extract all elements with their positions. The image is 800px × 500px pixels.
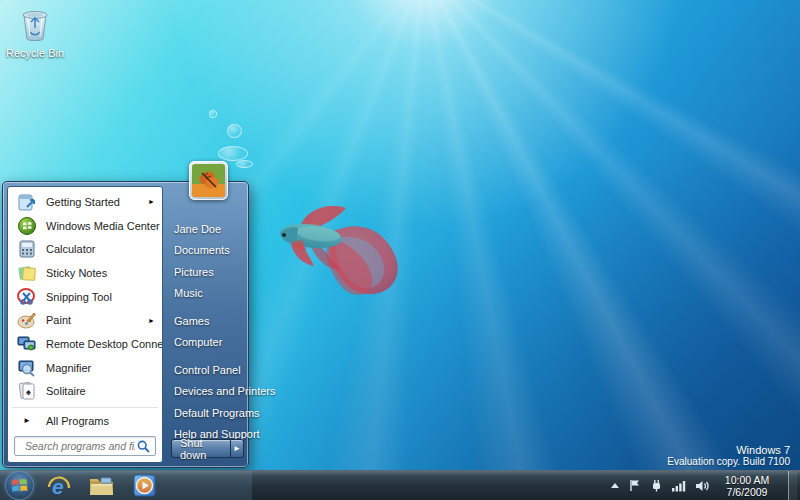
start-menu-item-paint[interactable]: Paint ► (8, 308, 162, 332)
taskbar-internet-explorer[interactable]: e (42, 472, 75, 500)
paint-icon (15, 309, 39, 331)
magnifier-icon (15, 357, 39, 379)
volume-speaker-icon[interactable] (695, 480, 709, 492)
butterfly-avatar-image (192, 164, 225, 197)
power-plug-icon[interactable] (650, 479, 663, 492)
action-center-flag-icon[interactable] (629, 479, 641, 492)
start-menu-item-getting-started[interactable]: Getting Started ► (8, 190, 162, 214)
start-menu: Getting Started ► Windows Media Center C… (2, 181, 249, 468)
desktop: Recycle Bin Windows 7 Evaluation copy. B… (0, 0, 800, 500)
menu-item-label: Paint (46, 314, 148, 326)
start-menu-place-documents[interactable]: Documents (163, 240, 244, 262)
taskbar: e (0, 470, 800, 500)
start-menu-place-music[interactable]: Music (163, 283, 244, 305)
svg-text:♠: ♠ (26, 387, 31, 397)
menu-item-label: Snipping Tool (46, 291, 155, 303)
recycle-bin[interactable]: Recycle Bin (4, 6, 66, 59)
submenu-arrow-icon: ► (148, 317, 155, 324)
start-menu-place-devices-printers[interactable]: Devices and Printers (163, 381, 244, 403)
shut-down-options-arrow[interactable]: ► (231, 439, 244, 458)
menu-item-label: Solitaire (46, 385, 155, 397)
start-button[interactable] (5, 471, 34, 500)
show-desktop-button[interactable] (788, 471, 797, 500)
bubble (218, 146, 248, 161)
start-menu-item-calculator[interactable]: Calculator (8, 237, 162, 261)
start-menu-item-remote-desktop[interactable]: Remote Desktop Connection (8, 332, 162, 356)
menu-item-label: Sticky Notes (46, 267, 155, 279)
start-menu-right-panel: Jane Doe Documents Pictures Music Games … (163, 186, 244, 463)
windows-media-center-icon (15, 215, 39, 237)
system-tray: 10:00 AM 7/6/2009 (610, 471, 800, 500)
remote-desktop-icon (15, 333, 39, 355)
all-programs-label: All Programs (46, 415, 109, 427)
clock-date: 7/6/2009 (718, 486, 776, 498)
taskbar-windows-explorer[interactable] (85, 472, 118, 500)
start-menu-place-computer[interactable]: Computer (163, 332, 244, 354)
start-menu-place-games[interactable]: Games (163, 310, 244, 332)
network-signal-icon[interactable] (672, 480, 686, 492)
start-menu-place-default-programs[interactable]: Default Programs (163, 402, 244, 424)
menu-item-label: Windows Media Center (46, 220, 160, 232)
menu-item-label: Remote Desktop Connection (46, 338, 163, 350)
media-player-icon (132, 473, 157, 498)
search-input[interactable] (23, 439, 137, 453)
taskbar-clock[interactable]: 10:00 AM 7/6/2009 (718, 474, 776, 498)
start-menu-item-solitaire[interactable]: ♠ Solitaire (8, 380, 162, 404)
betta-fish-wallpaper (276, 198, 408, 300)
menu-item-label: Calculator (46, 243, 155, 255)
hidden-icons-chevron-icon[interactable] (610, 482, 620, 490)
getting-started-icon (15, 191, 39, 213)
start-menu-place-pictures[interactable]: Pictures (163, 261, 244, 283)
submenu-arrow-icon: ► (148, 198, 155, 205)
calculator-icon (15, 238, 39, 260)
windows-orb-icon (10, 476, 29, 495)
user-avatar[interactable] (189, 161, 228, 200)
bubble (236, 160, 253, 168)
snipping-tool-icon (15, 286, 39, 308)
start-menu-item-snipping-tool[interactable]: Snipping Tool (8, 285, 162, 309)
start-menu-place-control-panel[interactable]: Control Panel (163, 359, 244, 381)
all-programs-button[interactable]: ► All Programs (8, 408, 162, 433)
bubble (227, 124, 242, 138)
recycle-bin-icon (18, 6, 52, 42)
solitaire-icon: ♠ (15, 380, 39, 402)
search-icon[interactable] (137, 440, 150, 453)
start-menu-user-name[interactable]: Jane Doe (163, 218, 244, 240)
menu-item-label: Getting Started (46, 196, 148, 208)
start-menu-left-panel: Getting Started ► Windows Media Center C… (7, 186, 163, 463)
all-programs-arrow-icon: ► (15, 416, 39, 425)
sticky-notes-icon (15, 262, 39, 284)
svg-text:e: e (52, 475, 64, 498)
start-menu-item-magnifier[interactable]: Magnifier (8, 356, 162, 380)
evaluation-watermark: Windows 7 Evaluation copy. Build 7100 (667, 444, 790, 467)
menu-item-label: Magnifier (46, 362, 155, 374)
clock-time: 10:00 AM (718, 474, 776, 486)
taskbar-windows-media-player[interactable] (128, 472, 161, 500)
watermark-line1: Windows 7 (667, 444, 790, 456)
start-menu-programs: Getting Started ► Windows Media Center C… (8, 187, 162, 403)
recycle-bin-label: Recycle Bin (4, 47, 66, 59)
start-menu-item-sticky-notes[interactable]: Sticky Notes (8, 261, 162, 285)
shut-down-button[interactable]: Shut down (171, 439, 231, 458)
watermark-line2: Evaluation copy. Build 7100 (667, 456, 790, 467)
start-menu-item-windows-media-center[interactable]: Windows Media Center (8, 214, 162, 238)
folder-explorer-icon (88, 474, 115, 498)
start-search-box[interactable] (14, 436, 156, 456)
bubble (209, 110, 217, 118)
internet-explorer-icon: e (46, 473, 72, 499)
